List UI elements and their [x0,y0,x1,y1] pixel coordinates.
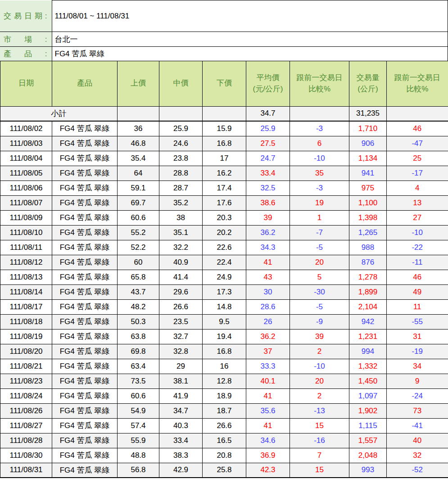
high-price-cell: 57.4 [118,418,159,433]
high-price-cell: 60.6 [118,388,159,403]
low-price-cell: 17 [203,151,246,166]
low-price-cell: 25.8 [203,463,246,478]
low-price-cell: 26.6 [203,418,246,433]
avg-price-cell: 43 [246,270,290,284]
avg-price-cell: 35.6 [246,403,290,418]
volume-change-cell: 9 [387,374,448,388]
avg-price-cell: 27.5 [246,136,290,151]
table-row: 111/08/09FG4 苦瓜 翠綠60.63820.33911,39827 [0,210,448,225]
mid-price-cell: 29 [159,359,203,374]
product-cell: FG4 苦瓜 翠綠 [52,210,118,225]
table-row: 111/08/14FG4 苦瓜 翠綠43.729.617.330-301,899… [0,284,448,299]
low-price-cell: 16.2 [203,166,246,181]
date-cell: 111/08/24 [0,388,52,403]
high-price-cell: 55.9 [118,433,159,448]
volume-change-cell: -41 [387,418,448,433]
avg-price-cell: 38.6 [246,195,290,210]
volume-change-cell: -17 [387,166,448,181]
low-price-cell: 18.7 [203,403,246,418]
th-product: 產品 [52,61,118,106]
th-high-price: 上價 [118,61,159,106]
avg-price-cell: 41 [246,418,290,433]
low-price-cell: 24.9 [203,270,246,284]
mid-price-cell: 35.2 [159,195,203,210]
subtotal-empty-cell [159,106,203,121]
product-cell: FG4 苦瓜 翠綠 [52,374,118,388]
volume-cell: 1,115 [349,418,387,433]
volume-cell: 988 [349,240,387,255]
mid-price-cell: 34.7 [159,403,203,418]
date-cell: 111/08/13 [0,270,52,284]
volume-cell: 942 [349,314,387,329]
high-price-cell: 64 [118,166,159,181]
info-label-trade-date: 交易日期: [0,0,52,32]
table-row: 111/08/26FG4 苦瓜 翠綠54.934.718.735.6-131,9… [0,403,448,418]
high-price-cell: 52.2 [118,240,159,255]
volume-cell: 993 [349,463,387,478]
product-cell: FG4 苦瓜 翠綠 [52,181,118,195]
mid-price-cell: 38 [159,210,203,225]
mid-price-cell: 32.8 [159,344,203,359]
mid-price-cell: 32.2 [159,240,203,255]
avg-price-cell: 42.3 [246,463,290,478]
high-price-cell: 46.8 [118,136,159,151]
date-cell: 111/08/20 [0,344,52,359]
low-price-cell: 18.9 [203,388,246,403]
date-cell: 111/08/04 [0,151,52,166]
table-row: 111/08/18FG4 苦瓜 翠綠50.323.59.526-9942-55 [0,314,448,329]
avg-change-cell: 5 [290,270,349,284]
table-row: 111/08/19FG4 苦瓜 翠綠63.832.719.436.2391,23… [0,329,448,344]
avg-change-cell: 2 [290,388,349,403]
avg-price-cell: 33.3 [246,359,290,374]
header-row: 日期 產品 上價 中價 下價 平均價 (元/公斤) 跟前一交易日 比較% 交易量… [0,61,448,106]
low-price-cell: 16.5 [203,433,246,448]
product-cell: FG4 苦瓜 翠綠 [52,225,118,240]
mid-price-cell: 23.5 [159,314,203,329]
avg-change-cell: -3 [290,121,349,136]
volume-change-cell: -52 [387,463,448,478]
avg-price-cell: 33.4 [246,166,290,181]
table-row: 111/08/30FG4 苦瓜 翠綠48.838.320.836.972,048… [0,448,448,463]
avg-change-cell: -3 [290,181,349,195]
avg-change-cell: 20 [290,374,349,388]
volume-cell: 876 [349,255,387,270]
avg-change-cell: -30 [290,284,349,299]
avg-change-cell: -9 [290,314,349,329]
high-price-cell: 50.3 [118,314,159,329]
volume-cell: 1,134 [349,151,387,166]
table-row: 111/08/03FG4 苦瓜 翠綠46.824.616.827.56906-4… [0,136,448,151]
product-cell: FG4 苦瓜 翠綠 [52,240,118,255]
low-price-cell: 9.5 [203,314,246,329]
avg-change-cell: 15 [290,418,349,433]
volume-cell: 1,398 [349,210,387,225]
table-row: 111/08/12FG4 苦瓜 翠綠6040.922.44120876-11 [0,255,448,270]
volume-cell: 1,557 [349,433,387,448]
volume-change-cell: -10 [387,225,448,240]
high-price-cell: 65.8 [118,270,159,284]
mid-price-cell: 38.3 [159,448,203,463]
volume-change-cell: 13 [387,195,448,210]
product-cell: FG4 苦瓜 翠綠 [52,166,118,181]
high-price-cell: 69.8 [118,344,159,359]
table-row: 111/08/20FG4 苦瓜 翠綠69.832.816.8372994-19 [0,344,448,359]
volume-cell: 1,902 [349,403,387,418]
date-cell: 111/08/17 [0,299,52,314]
mid-price-cell: 25.9 [159,121,203,136]
avg-change-cell: 39 [290,329,349,344]
high-price-cell: 43.7 [118,284,159,299]
high-price-cell: 54.9 [118,403,159,418]
avg-change-cell: 6 [290,136,349,151]
product-cell: FG4 苦瓜 翠綠 [52,448,118,463]
subtotal-row: 小計 34.7 31,235 [0,106,448,121]
mid-price-cell: 40.9 [159,255,203,270]
info-row-market: 市場: 台北一 [0,32,448,47]
mid-price-cell: 41.4 [159,270,203,284]
product-cell: FG4 苦瓜 翠綠 [52,359,118,374]
avg-price-cell: 36.9 [246,448,290,463]
product-cell: FG4 苦瓜 翠綠 [52,388,118,403]
avg-change-cell: 15 [290,463,349,478]
product-cell: FG4 苦瓜 翠綠 [52,136,118,151]
info-label-product: 產品: [0,47,52,61]
avg-price-cell: 26 [246,314,290,329]
date-cell: 111/08/05 [0,166,52,181]
